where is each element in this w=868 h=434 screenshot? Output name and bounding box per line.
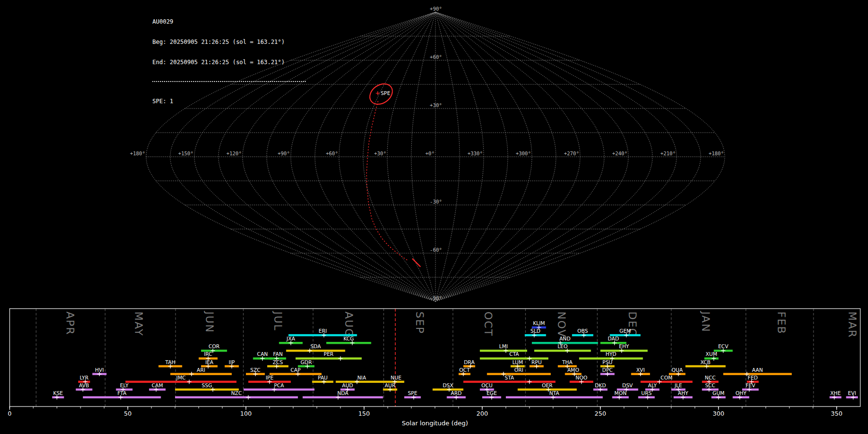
map-lon-label: +0° <box>425 150 434 156</box>
shower-label: RPU <box>531 359 542 365</box>
shower-label: XUM <box>705 351 717 357</box>
shower-label: SLD <box>530 328 541 334</box>
shower-label: OBS <box>577 328 588 334</box>
shower-peak-marker-icon <box>339 356 343 361</box>
shower-label: NOO <box>576 375 587 380</box>
shower-label: STA <box>505 375 515 380</box>
shower-bar <box>480 350 527 352</box>
shower-label: EVI <box>848 390 856 396</box>
shower-label: KCG <box>343 336 354 341</box>
map-lat-label: +90° <box>430 6 442 12</box>
shower-label: IIP <box>229 359 235 365</box>
map-lon-label: +210° <box>660 150 676 156</box>
shower-peak-marker-icon <box>246 395 250 399</box>
shower-label: COM <box>661 375 673 380</box>
map-lon-label: +150° <box>178 150 193 156</box>
shower-bar <box>270 373 322 375</box>
shower-label: NZC <box>231 390 242 396</box>
axis-tick-label: 100 <box>240 410 252 417</box>
shower-label: EHY <box>619 343 630 349</box>
shower-peak-marker-icon <box>190 372 194 376</box>
shower-label: ARD <box>451 390 462 396</box>
station-id: AU0029 <box>152 18 306 25</box>
begin-time: Beg: 20250905 21:26:25 (sol = 163.21°) <box>152 39 306 45</box>
axis-tick-label: 50 <box>124 410 132 417</box>
axis-tick-label: 150 <box>358 410 370 417</box>
shower-bar <box>303 396 383 398</box>
shower-label: ECV <box>718 343 729 349</box>
shower-label: SDA <box>311 343 322 349</box>
map-lon-label: +120° <box>226 150 242 156</box>
shower-bar <box>534 350 591 352</box>
shower-label: IEA <box>205 359 214 365</box>
axis-tick-label: 200 <box>476 410 488 417</box>
shower-label: NIA <box>357 375 366 380</box>
shower-label: FEV <box>746 382 756 388</box>
map-lon-label: +60° <box>326 150 338 156</box>
map-lat-label: -60° <box>430 247 442 253</box>
shower-label: AMO <box>567 367 579 373</box>
shower-label: GDR <box>300 359 312 365</box>
shower-label: LUM <box>512 359 523 365</box>
meteor-radiant-plot-window: AU0029 Beg: 20250905 21:26:25 (sol = 163… <box>0 0 868 434</box>
shower-label: LYR <box>80 375 88 380</box>
map-lon-label: +30° <box>374 150 386 156</box>
shower-bar <box>175 396 298 398</box>
shower-label: JLE <box>674 382 682 388</box>
map-lat-label: -30° <box>430 199 442 204</box>
month-label: JUL <box>272 311 284 331</box>
month-label: FEB <box>775 312 787 335</box>
month-label: APR <box>64 312 76 336</box>
shower-label: LEO <box>557 343 568 349</box>
map-lon-label: +180° <box>130 150 145 156</box>
observation-info: AU0029 Beg: 20250905 21:26:25 (sol = 163… <box>152 5 306 118</box>
shower-label: GEM <box>620 328 631 334</box>
shower-label: FED <box>748 375 758 380</box>
shower-peak-marker-icon <box>187 380 191 384</box>
month-label: NOV <box>556 312 568 338</box>
shower-label: IPE <box>266 375 273 380</box>
axis-tick-label: 300 <box>713 410 724 417</box>
shower-label: AVB <box>79 382 89 388</box>
month-label: SEP <box>414 312 426 334</box>
axis-tick-label: 350 <box>831 410 842 417</box>
month-label: MAR <box>846 312 858 338</box>
shower-label: AND <box>559 336 570 341</box>
shower-label: NUE <box>391 375 401 380</box>
shower-label: SPE <box>408 390 418 396</box>
shower-label: DKD <box>595 382 606 388</box>
shower-label: OHY <box>735 390 746 396</box>
axis-title: Solar longitude (deg) <box>402 420 468 427</box>
shower-label: XVI <box>637 367 645 373</box>
shower-label: OCT <box>459 367 470 373</box>
shower-label: SSG <box>202 382 212 388</box>
month-label: JAN <box>700 311 712 333</box>
map-lon-label: +180° <box>708 150 724 156</box>
month-label: OCT <box>482 312 494 337</box>
shower-label: SZC <box>250 367 260 373</box>
shower-label: NCC <box>705 375 716 380</box>
shower-label: DSV <box>622 382 633 388</box>
axis-tick-label: 250 <box>595 410 606 417</box>
shower-label: KSE <box>53 390 63 396</box>
shower-label: QUA <box>672 367 683 373</box>
shower-label: COR <box>208 343 219 349</box>
shower-label: JXA <box>286 336 295 341</box>
shower-label: LMI <box>499 343 508 349</box>
map-lat-label: -90° <box>430 295 442 301</box>
shower-label: EGE <box>487 390 497 396</box>
shower-label: DPC <box>602 367 613 373</box>
shower-label: PSU <box>602 359 612 365</box>
shower-bar <box>326 342 371 344</box>
shower-label: OER <box>542 382 553 388</box>
map-lon-label: +240° <box>612 150 627 156</box>
shower-label: URS <box>641 390 652 396</box>
month-label: AUG <box>343 312 355 338</box>
axis-tick-label: 0 <box>8 410 12 417</box>
month-label: JUN <box>203 311 216 333</box>
sky-map: +180°+150°+120°+90°+60°+30°+0°+330°+300°… <box>0 0 868 304</box>
shower-label: FAN <box>273 351 283 357</box>
shower-label: MON <box>614 390 626 396</box>
shower-bar <box>487 373 551 375</box>
shower-label: CAM <box>152 382 163 388</box>
